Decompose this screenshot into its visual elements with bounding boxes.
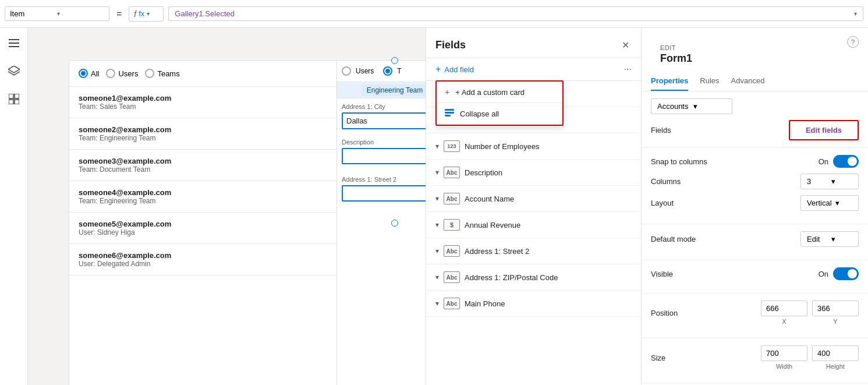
- canvas-area: All Users Teams someone1@example.com: [28, 28, 426, 385]
- form-field-street2-value[interactable]: [342, 185, 426, 202]
- position-label: Position: [651, 309, 761, 317]
- item-select[interactable]: Item ▾: [5, 6, 109, 21]
- fields-title: Fields: [435, 39, 619, 51]
- hamburger-icon[interactable]: [6, 35, 22, 51]
- default-mode-section: Default mode Edit ▾: [642, 224, 868, 260]
- size-width-input[interactable]: [761, 345, 807, 361]
- accounts-dropdown[interactable]: Accounts ▾: [651, 98, 732, 114]
- prop-tabs: Properties Rules Advanced: [642, 72, 868, 91]
- more-options-icon[interactable]: ···: [624, 64, 632, 75]
- columns-row: Columns 3 ▾: [651, 174, 859, 189]
- add-custom-card-item[interactable]: + + Add a custom card: [437, 82, 562, 103]
- tab-advanced[interactable]: Advanced: [731, 72, 765, 91]
- radio-teams[interactable]: Teams: [145, 69, 179, 78]
- form-card-filter-row: Users T: [337, 61, 426, 82]
- svg-rect-10: [445, 115, 451, 116]
- fx-box[interactable]: f fx ▾: [129, 6, 164, 22]
- size-width-wrap: Width: [761, 345, 807, 370]
- accounts-section: Accounts ▾ Fields Edit fields: [642, 91, 868, 148]
- snap-to-columns-row: Snap to columns On: [651, 155, 859, 168]
- field-type-abc: Abc: [444, 298, 460, 309]
- svg-rect-7: [15, 100, 19, 104]
- grid-icon[interactable]: [6, 91, 22, 107]
- resize-handle-top[interactable]: [391, 57, 398, 64]
- add-field-label: Add field: [444, 65, 474, 74]
- tab-rules[interactable]: Rules: [700, 72, 719, 91]
- form-field-city: Address 1: City Dallas: [337, 98, 426, 134]
- svg-rect-1: [9, 43, 19, 44]
- close-button[interactable]: ✕: [619, 37, 632, 53]
- default-mode-label: Default mode: [651, 235, 800, 243]
- svg-rect-4: [9, 94, 13, 98]
- formula-bar[interactable]: Gallery1.Selected ▾: [168, 6, 863, 21]
- field-row[interactable]: ▾ $ Annual Revenue: [426, 212, 641, 238]
- accounts-chevron: ▾: [693, 102, 726, 111]
- svg-rect-5: [15, 94, 19, 98]
- position-y-input[interactable]: [812, 301, 859, 316]
- svg-marker-3: [8, 66, 20, 73]
- default-mode-row: Default mode Edit ▾: [651, 231, 859, 247]
- field-name: Annual Revenue: [465, 221, 632, 229]
- equals-sign: =: [114, 9, 124, 19]
- size-height-input[interactable]: [812, 345, 859, 361]
- field-chevron-icon: ▾: [435, 247, 439, 255]
- radio-all-circle: [79, 69, 88, 78]
- form-filter-teams: T: [397, 67, 401, 75]
- snap-to-columns-section: Snap to columns On Columns 3 ▾ Layout Ve…: [642, 148, 868, 224]
- fields-label: Fields: [651, 126, 789, 135]
- field-row[interactable]: ▾ 123 Number of Employees: [426, 133, 641, 160]
- position-y-label: Y: [833, 318, 837, 325]
- visible-toggle-switch[interactable]: [833, 267, 859, 280]
- visible-section: Visible On: [642, 260, 868, 294]
- field-chevron-icon: ▾: [435, 221, 439, 229]
- radio-group: All Users Teams: [79, 69, 180, 78]
- default-mode-dropdown[interactable]: Edit ▾: [800, 231, 859, 247]
- radio-all[interactable]: All: [79, 69, 99, 78]
- columns-label: Columns: [651, 177, 800, 186]
- formula-value: Gallery1.Selected: [175, 9, 235, 18]
- collapse-icon: [445, 109, 454, 119]
- field-row[interactable]: ▾ Abc Main Phone: [426, 291, 641, 317]
- form-radio-teams-circle: [383, 66, 392, 76]
- field-chevron-icon: ▾: [435, 299, 439, 308]
- layers-icon[interactable]: [6, 63, 22, 79]
- add-field-dropdown: + + Add a custom card Collapse all: [435, 80, 564, 126]
- columns-dropdown[interactable]: 3 ▾: [800, 174, 859, 189]
- collapse-all-label: Collapse all: [460, 110, 499, 118]
- properties-panel: EDIT Form1 ? Properties Rules Advanced A…: [641, 28, 868, 385]
- field-name: Main Phone: [465, 299, 632, 308]
- layout-chevron: ▾: [835, 199, 852, 207]
- field-row[interactable]: ▾ Abc Account Name: [426, 186, 641, 212]
- edit-label: EDIT: [651, 36, 847, 52]
- radio-users-circle: [106, 69, 115, 78]
- field-row[interactable]: ▾ Abc Description: [426, 160, 641, 186]
- item-select-label: Item: [10, 9, 57, 18]
- help-icon[interactable]: ?: [847, 36, 859, 48]
- snap-toggle-switch[interactable]: [833, 155, 859, 168]
- field-row[interactable]: ▾ Abc Address 1: Street 2: [426, 238, 641, 264]
- add-field-button[interactable]: + Add field ···: [426, 58, 641, 81]
- default-mode-value: Edit: [807, 235, 828, 243]
- resize-handle-middle[interactable]: [391, 220, 398, 227]
- visible-toggle-label: On: [819, 270, 828, 278]
- radio-users[interactable]: Users: [106, 69, 138, 78]
- collapse-all-item[interactable]: Collapse all: [437, 103, 562, 125]
- visible-row: Visible On: [651, 267, 859, 280]
- field-type-abc: Abc: [444, 167, 460, 178]
- tab-properties[interactable]: Properties: [651, 72, 688, 91]
- form-field-city-value[interactable]: Dallas: [342, 112, 426, 129]
- visible-toggle: On: [819, 267, 859, 280]
- item-select-chevron: ▾: [57, 10, 104, 17]
- field-chevron-icon: ▾: [435, 142, 439, 150]
- edit-fields-button[interactable]: Edit fields: [789, 120, 859, 140]
- form-field-description-value[interactable]: [342, 148, 426, 164]
- position-x-input[interactable]: [761, 301, 807, 316]
- form-filter-users: Users: [356, 67, 374, 75]
- position-y-wrap: Y: [812, 301, 859, 325]
- layout-dropdown[interactable]: Vertical ▾: [800, 195, 859, 211]
- field-type-abc: Abc: [444, 271, 460, 283]
- field-chevron-icon: ▾: [435, 273, 439, 281]
- field-row[interactable]: ▾ Abc Address 1: ZIP/Postal Code: [426, 264, 641, 291]
- form-field-street2-label: Address 1: Street 2: [342, 176, 426, 183]
- size-width-label: Width: [776, 363, 792, 370]
